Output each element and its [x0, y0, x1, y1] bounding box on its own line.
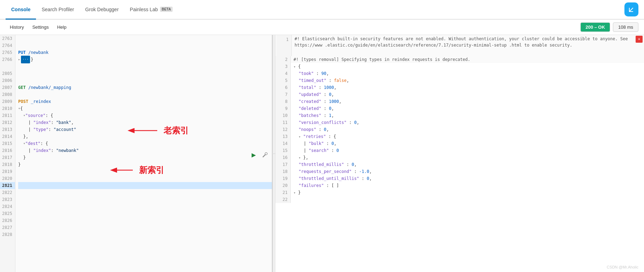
- code-line: }: [18, 161, 272, 168]
- status-ok-button[interactable]: 200 – OK: [580, 22, 610, 32]
- code-line: | "type": "account": [18, 126, 272, 133]
- code-line: | "index": "newbank": [18, 147, 272, 154]
- code-line: },: [18, 133, 272, 140]
- kibana-logo: [624, 2, 638, 16]
- code-line: [18, 196, 272, 203]
- response-panel: 1 #! Elasticsearch built-in security fea…: [275, 35, 644, 272]
- code-line: [18, 203, 272, 210]
- run-button[interactable]: ▶: [249, 151, 258, 159]
- code-line: [18, 210, 272, 217]
- tab-grok-debugger[interactable]: Grok Debugger: [80, 0, 124, 20]
- warning-row-2: 2 #! [types removal] Specifying types in…: [275, 56, 644, 63]
- code-line: ▾ {: [18, 105, 272, 112]
- panel-divider[interactable]: ⋮: [273, 35, 275, 272]
- settings-button[interactable]: Settings: [28, 20, 53, 35]
- top-navigation: Console Search Profiler Grok Debugger Pa…: [0, 0, 644, 20]
- response-line-numbers: 3 4 5 6 7 8 9 10 11 12 13 14 15 16 17 18: [275, 63, 291, 203]
- code-line-current[interactable]: [18, 182, 272, 189]
- code-line: [18, 63, 272, 70]
- beta-badge: BETA: [160, 7, 173, 12]
- code-line: | "index": "bank",: [18, 119, 272, 126]
- response-body: 3 4 5 6 7 8 9 10 11 12 13 14 15 16 17 18: [275, 63, 644, 203]
- tools-button[interactable]: [261, 151, 269, 159]
- code-line: [18, 224, 272, 231]
- editor-actions: ▶: [249, 151, 269, 159]
- main-area: 2763 2764 2765 2766 2805 2806 2807 2808 …: [0, 35, 644, 272]
- warning-close-button[interactable]: ✕: [636, 36, 643, 43]
- editor-panel: 2763 2764 2765 2766 2805 2806 2807 2808 …: [0, 35, 273, 272]
- code-line: }: [18, 154, 272, 161]
- code-line: ▾ "source": {: [18, 112, 272, 119]
- code-line: [18, 217, 272, 224]
- code-line: [18, 77, 272, 84]
- tab-console[interactable]: Console: [6, 0, 36, 20]
- toolbar: History Settings Help 200 – OK 108 ms: [0, 20, 644, 35]
- code-line: GET /newbank/_mapping: [18, 84, 272, 91]
- code-line: ▾ "dest": {: [18, 140, 272, 147]
- tab-search-profiler[interactable]: Search Profiler: [36, 0, 80, 20]
- response-code: ▾ { "took" : 90, "timed_out" : false, "t…: [291, 63, 644, 203]
- code-line: POST _reindex: [18, 98, 272, 105]
- watermark: CSDN @Mr.Aholic: [607, 265, 638, 269]
- code-line: [18, 175, 272, 182]
- editor-line-numbers: 2763 2764 2765 2766 2805 2806 2807 2808 …: [0, 35, 15, 272]
- code-line: [18, 231, 272, 238]
- code-line: [18, 189, 272, 196]
- toolbar-right: 200 – OK 108 ms: [580, 22, 638, 32]
- help-button[interactable]: Help: [53, 20, 71, 35]
- code-line: [18, 91, 272, 98]
- code-line: [18, 70, 272, 77]
- code-line: [18, 42, 272, 49]
- timing-button[interactable]: 108 ms: [613, 22, 638, 32]
- code-line: [18, 168, 272, 175]
- editor-code[interactable]: PUT /newbank ▸ ··· } GET /newbank/_mappi…: [15, 35, 272, 272]
- code-line: ▸ ··· }: [18, 56, 272, 63]
- code-line: [18, 35, 272, 42]
- tab-painless-lab[interactable]: Painless Lab BETA: [124, 0, 179, 20]
- warning-row-1: 1 #! Elasticsearch built-in security fea…: [275, 35, 644, 56]
- code-line: PUT /newbank: [18, 49, 272, 56]
- history-button[interactable]: History: [6, 20, 28, 35]
